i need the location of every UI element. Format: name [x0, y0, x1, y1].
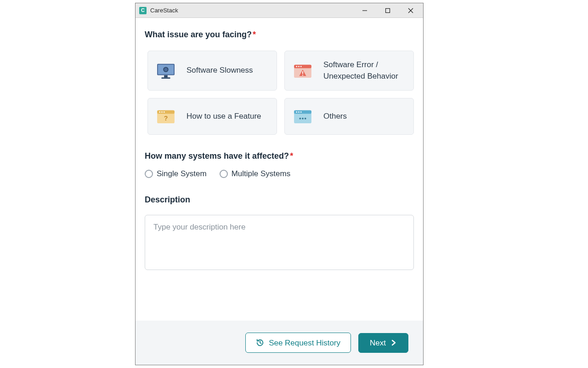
- option-label: Software Error / Unexpected Behavior: [323, 59, 405, 82]
- app-window: C CareStack What issue are you facing?*: [135, 3, 424, 365]
- window-controls: [358, 5, 420, 16]
- svg-point-18: [159, 111, 160, 113]
- form-content: What issue are you facing?* Software Slo…: [136, 18, 423, 321]
- svg-point-29: [305, 118, 306, 120]
- minimize-button[interactable]: [358, 5, 372, 16]
- maximize-button[interactable]: [381, 5, 395, 16]
- radio-label: Single System: [157, 169, 207, 178]
- option-label: How to use a Feature: [187, 111, 261, 122]
- maximize-icon: [385, 8, 390, 13]
- svg-point-19: [161, 111, 163, 113]
- option-others[interactable]: Others: [284, 98, 414, 135]
- question-systems: How many systems have it affected?*: [145, 151, 414, 161]
- app-title: CareStack: [150, 7, 358, 14]
- svg-point-26: [300, 111, 302, 113]
- svg-rect-7: [164, 75, 168, 77]
- radio-icon: [220, 170, 228, 178]
- svg-rect-15: [302, 75, 303, 75]
- svg-point-24: [296, 111, 297, 113]
- alert-window-icon: [293, 62, 312, 80]
- history-button-label: See Request History: [269, 339, 340, 347]
- radio-icon: [145, 170, 153, 178]
- footer: See Request History Next: [136, 321, 423, 365]
- svg-point-12: [298, 66, 300, 67]
- systems-radio-group: Single System Multiple Systems: [145, 169, 414, 178]
- next-button[interactable]: Next: [358, 333, 408, 353]
- question-description: Description: [145, 195, 414, 205]
- titlebar: C CareStack: [136, 3, 423, 18]
- option-label: Others: [323, 111, 347, 122]
- chevron-right-icon: [390, 339, 397, 346]
- svg-rect-8: [162, 77, 170, 79]
- minimize-icon: [362, 8, 368, 13]
- svg-point-20: [164, 111, 165, 113]
- close-button[interactable]: [404, 5, 418, 16]
- question-systems-label: How many systems have it affected?: [145, 151, 289, 161]
- option-how-to-use[interactable]: ? How to use a Feature: [147, 98, 277, 135]
- see-request-history-button[interactable]: See Request History: [245, 333, 351, 353]
- description-input[interactable]: [145, 215, 414, 270]
- svg-point-13: [300, 66, 302, 67]
- svg-point-25: [298, 111, 300, 113]
- close-icon: [408, 8, 413, 13]
- option-software-slowness[interactable]: Software Slowness: [147, 51, 277, 91]
- required-marker: *: [290, 151, 293, 161]
- next-button-label: Next: [370, 339, 386, 347]
- issue-options-grid: Software Slowness Software Error / Unexp…: [145, 51, 414, 135]
- option-label: Software Slowness: [187, 65, 253, 76]
- required-marker: *: [253, 30, 256, 39]
- radio-single-system[interactable]: Single System: [145, 169, 207, 178]
- history-icon: [256, 339, 264, 347]
- svg-point-28: [302, 118, 304, 120]
- svg-point-27: [299, 118, 301, 120]
- svg-point-6: [164, 67, 168, 72]
- option-software-error[interactable]: Software Error / Unexpected Behavior: [284, 51, 414, 91]
- svg-point-11: [296, 66, 297, 67]
- question-issue-label: What issue are you facing?: [145, 30, 252, 39]
- app-logo-icon: C: [139, 7, 147, 14]
- help-window-icon: ?: [156, 108, 175, 125]
- svg-text:?: ?: [164, 115, 168, 122]
- radio-multiple-systems[interactable]: Multiple Systems: [220, 169, 290, 178]
- radio-label: Multiple Systems: [232, 169, 290, 178]
- monitor-icon: [156, 62, 175, 80]
- svg-rect-1: [386, 8, 390, 12]
- dots-window-icon: [293, 108, 312, 125]
- question-issue: What issue are you facing?*: [145, 30, 414, 40]
- svg-rect-14: [302, 71, 303, 74]
